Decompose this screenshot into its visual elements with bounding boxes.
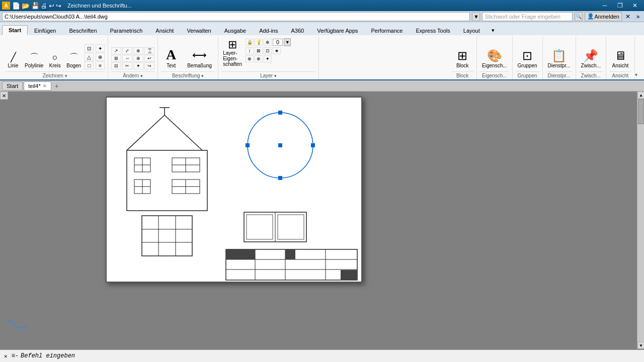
kreis-icon: ○: [52, 53, 58, 62]
redo-btn[interactable]: ↪: [56, 2, 61, 10]
draw-tool-5[interactable]: ⊕: [96, 53, 105, 61]
scrollbar-down-btn[interactable]: ▼: [637, 342, 644, 349]
open-btn[interactable]: 📂: [22, 2, 30, 10]
search-icon-box[interactable]: 🔍: [575, 12, 583, 21]
tab-beschriften[interactable]: Beschriften: [63, 26, 104, 35]
ribbon-group-beschriftung: A Text ⟷ Bemaßung Beschriftung ▾: [158, 36, 218, 79]
dienstpr-btn[interactable]: 📋 Dienstpr...: [546, 49, 573, 69]
close-canvas-btn[interactable]: ✕: [0, 92, 8, 100]
layer-tool-6[interactable]: ⊡: [264, 47, 272, 54]
layer-combo-btn[interactable]: ▼: [284, 38, 291, 46]
zeichnen-label: Zeichnen ▾: [5, 71, 105, 79]
tab-einfuegen[interactable]: Einfügen: [28, 26, 62, 35]
minimize-btn[interactable]: ─: [598, 1, 612, 10]
aendern-tool-8[interactable]: ⊕: [133, 55, 143, 62]
close-btn[interactable]: ✕: [628, 1, 642, 10]
ansicht-btn[interactable]: 🖥 Ansicht: [609, 49, 631, 69]
layer-tool-7[interactable]: ★: [273, 47, 281, 54]
aendern-tool-5[interactable]: ↔: [122, 55, 132, 62]
command-line[interactable]: ✕ ≡- Befehl eingeben: [0, 349, 644, 362]
new-btn[interactable]: 📄: [12, 2, 20, 10]
aendern-tool-7[interactable]: ⊗: [133, 47, 143, 54]
scrollbar-thumb[interactable]: [638, 99, 644, 124]
text-btn[interactable]: A Text: [161, 47, 181, 69]
eigenschaften-btn[interactable]: 🎨 Eigensch...: [480, 49, 509, 69]
svg-rect-36: [226, 249, 255, 259]
draw-tool-1[interactable]: ⊡: [85, 44, 94, 52]
zwisch-btn[interactable]: 📌 Zwisch...: [579, 49, 603, 69]
scrollbar-up-btn[interactable]: ▲: [637, 92, 644, 99]
tab-performance[interactable]: Performance: [365, 26, 410, 35]
bemasssung-btn[interactable]: ⟷ Bemaßung: [184, 47, 215, 69]
layer-tool-8[interactable]: ⊕: [246, 55, 254, 62]
app-title: Zeichnen und Beschriftu...: [67, 3, 132, 9]
tab-express[interactable]: Express Tools: [409, 26, 456, 35]
draw-tool-3[interactable]: □: [85, 61, 94, 69]
title-bar: A 📄 📂 💾 🖨 ↩ ↪ Zeichnen und Beschriftu...…: [0, 0, 644, 11]
layer-tool-4[interactable]: ↕: [246, 47, 254, 54]
block-btn[interactable]: ⊞ Block: [451, 49, 473, 69]
aendern-tool-6[interactable]: ✂: [122, 62, 132, 69]
polylinie-btn[interactable]: ⌒ Polylinie: [23, 52, 45, 69]
aendern-tool-3[interactable]: ⊟: [111, 62, 121, 69]
doc-tab-close[interactable]: ✕: [43, 83, 47, 88]
ribbon-content: ╱ Linie ⌒ Polylinie ○ Kreis ⌒ Bogen ⊡ △ …: [0, 35, 644, 80]
save-btn[interactable]: 💾: [31, 2, 39, 10]
gruppen-icon: ⊡: [522, 50, 532, 62]
canvas-area[interactable]: ↗ ▲ ▼ ✕: [0, 92, 644, 349]
bemasssung-icon: ⟷: [192, 48, 207, 62]
doc-tab-teil4[interactable]: teil4* ✕: [24, 81, 51, 90]
tab-parametrisch[interactable]: Parametrisch: [104, 26, 149, 35]
circle-area: [243, 108, 318, 184]
layer-tool-5[interactable]: ⊠: [255, 47, 263, 54]
aendern-tool-9[interactable]: ✦: [133, 62, 143, 69]
doc-tab-start[interactable]: Start: [2, 81, 23, 90]
user-btn[interactable]: 👤 Anmelden: [585, 12, 622, 21]
path-dropdown-btn[interactable]: ▼: [472, 12, 480, 21]
aendern-tool-10[interactable]: ⌛: [144, 47, 154, 54]
gruppen-group-label: Gruppen: [516, 71, 539, 79]
layer-tool-10[interactable]: ✦: [264, 55, 272, 62]
aendern-tool-1[interactable]: ↗: [111, 47, 121, 54]
ribbon-group-dienstpr: 📋 Dienstpr... Dienstpr...: [543, 36, 576, 79]
polylinie-icon: ⌒: [30, 53, 39, 62]
bogen-btn[interactable]: ⌒ Bogen: [65, 52, 83, 69]
tab-start[interactable]: Start: [2, 25, 28, 35]
tab-ansicht[interactable]: Ansicht: [149, 26, 180, 35]
tab-verfuegbare[interactable]: Verfügbare Apps: [310, 26, 364, 35]
close-cmdline-btn[interactable]: ✕: [4, 353, 8, 359]
svg-rect-29: [278, 215, 304, 239]
draw-tool-6[interactable]: ≡: [96, 61, 105, 69]
tab-verwalten[interactable]: Verwalten: [180, 26, 217, 35]
layer-tool-3[interactable]: ⊕: [264, 39, 272, 46]
vertical-scrollbar[interactable]: ▲ ▼: [637, 92, 644, 349]
draw-tool-4[interactable]: ✦: [96, 44, 105, 52]
print-btn[interactable]: 🖨: [41, 2, 47, 10]
aendern-tool-11[interactable]: ↩: [144, 55, 154, 62]
file-path[interactable]: C:\Users\epuls\ownCloud\03 A...\teil4.dw…: [2, 12, 470, 21]
ribbon-group-eigenschaften: 🎨 Eigensch... Eigensch...: [477, 36, 512, 79]
ribbon-overflow[interactable]: ▾: [489, 26, 498, 35]
kreis-btn[interactable]: ○ Kreis: [47, 52, 63, 69]
tab-addins[interactable]: Add-ins: [253, 26, 284, 35]
layer-properties-btn[interactable]: ⊞ Layer-Eigen­schaften: [221, 38, 244, 68]
aendern-tool-4[interactable]: ⤢: [122, 47, 132, 54]
tab-ausgabe[interactable]: Ausgabe: [218, 26, 253, 35]
ribbon-collapse-btn[interactable]: ▾: [635, 36, 642, 79]
expand-btn[interactable]: »: [634, 12, 642, 21]
tab-layout[interactable]: Layout: [457, 26, 487, 35]
layer-tool-1[interactable]: 🔒: [246, 39, 254, 46]
undo-btn[interactable]: ↩: [49, 2, 54, 10]
restore-btn[interactable]: ❐: [613, 1, 627, 10]
close-path-btn[interactable]: ✕: [624, 12, 632, 21]
linie-btn[interactable]: ╱ Linie: [5, 52, 21, 69]
aendern-tool-2[interactable]: ⊞: [111, 55, 121, 62]
tab-a360[interactable]: A360: [284, 26, 310, 35]
layer-tool-2[interactable]: 💡: [255, 39, 263, 46]
draw-tool-2[interactable]: △: [85, 53, 94, 61]
aendern-tool-12[interactable]: ↪: [144, 62, 154, 69]
gruppen-btn[interactable]: ⊡ Gruppen: [516, 49, 539, 69]
add-tab-btn[interactable]: +: [52, 81, 61, 90]
search-box[interactable]: Stichwort oder Frage eingeben: [482, 12, 573, 21]
layer-tool-9[interactable]: ⊗: [255, 55, 263, 62]
